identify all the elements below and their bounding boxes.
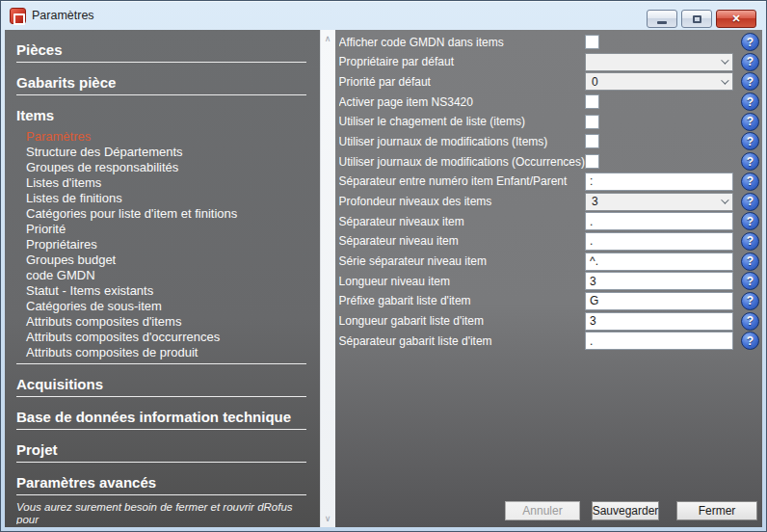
sidebar-item[interactable]: Propriétaires — [26, 237, 320, 253]
help-icon[interactable]: ? — [741, 33, 759, 51]
sidebar-section[interactable]: Paramètres avancés — [16, 474, 306, 494]
form-row-label: Séparateur gabarit liste d'item — [339, 334, 585, 348]
sidebar-item[interactable]: Attributs composites de produit — [26, 345, 320, 360]
form-row-label: Séparateur entre numéro item Enfant/Pare… — [339, 174, 585, 188]
form-row: Séparateur entre numéro item Enfant/Pare… — [339, 173, 759, 191]
checkbox[interactable] — [585, 154, 599, 169]
form-row: Séparateur gabarit liste d'item? — [339, 332, 759, 350]
minimize-button[interactable] — [647, 10, 677, 28]
form-row-label: Utiliser journaux de modifications (Item… — [339, 135, 585, 148]
help-icon[interactable]: ? — [741, 53, 759, 71]
sidebar-item[interactable]: Listes de finitions — [26, 191, 320, 206]
dropdown-value: 3 — [592, 195, 721, 208]
form-row-label: Série séparateur niveau item — [339, 254, 585, 268]
help-icon[interactable]: ? — [741, 132, 759, 150]
dropdown-value: 0 — [592, 75, 721, 89]
titlebar[interactable]: Paramètres ✕ — [1, 1, 766, 30]
checkbox[interactable] — [585, 35, 599, 49]
sidebar-section[interactable]: Gabarits pièce — [16, 74, 306, 94]
sidebar-item[interactable]: Priorité — [26, 222, 320, 237]
sidebar-item[interactable]: Paramètres — [26, 129, 320, 145]
help-icon[interactable]: ? — [741, 212, 759, 230]
maximize-icon — [693, 15, 701, 23]
sidebar-item[interactable]: Groupes budget — [26, 253, 320, 268]
sidebar-item[interactable]: Structure des Départements — [26, 145, 320, 160]
help-icon[interactable]: ? — [741, 152, 759, 171]
help-icon[interactable]: ? — [741, 272, 759, 290]
sidebar-item[interactable]: Statut - Items existants — [26, 283, 320, 299]
sidebar-section-items: ParamètresStructure des DépartementsGrou… — [5, 127, 320, 363]
help-icon[interactable]: ? — [741, 253, 759, 271]
checkbox[interactable] — [585, 115, 599, 129]
sidebar-section[interactable]: Pièces — [16, 41, 306, 62]
close-button[interactable]: ✕ — [716, 10, 756, 28]
text-input[interactable] — [585, 332, 733, 350]
help-icon[interactable]: ? — [741, 232, 759, 251]
text-input[interactable] — [585, 173, 733, 191]
cancel-button[interactable]: Annuler — [505, 501, 580, 520]
help-icon[interactable]: ? — [741, 292, 759, 310]
sidebar-section[interactable]: Acquisitions — [16, 376, 306, 396]
form-row-label: Afficher code GMDN dans items — [339, 36, 585, 49]
scroll-up-icon[interactable]: ∧ — [321, 31, 335, 46]
scroll-down-icon[interactable]: ∨ — [321, 511, 335, 526]
checkbox[interactable] — [585, 134, 599, 148]
form-row: Longueur gabarit liste d'item? — [339, 312, 759, 331]
save-button[interactable]: Sauvegarder — [592, 501, 659, 520]
sidebar-item[interactable]: Groupes de responsabilités — [26, 160, 320, 175]
sidebar-section[interactable]: Projet — [16, 441, 306, 462]
section-divider — [16, 62, 306, 63]
section-divider — [16, 494, 306, 495]
sidebar-item[interactable]: Attributs composites d'items — [26, 314, 320, 330]
sidebar-item[interactable]: code GMDN — [26, 268, 320, 283]
form-row: Utiliser le chagement de liste (items)? — [339, 113, 759, 131]
form-row: Utiliser journaux de modifications (Item… — [339, 132, 759, 150]
sidebar-item[interactable]: Catégories pour liste d'item et finition… — [26, 206, 320, 222]
minimize-icon — [657, 21, 667, 24]
drofus-logo-icon — [10, 8, 26, 24]
help-icon[interactable]: ? — [741, 113, 759, 131]
sidebar-item[interactable]: Attributs composites d'occurrences — [26, 330, 320, 345]
sidebar-scrollbar[interactable]: ∧ ∨ — [320, 30, 335, 527]
sidebar-item[interactable]: Catégories de sous-item — [26, 299, 320, 314]
form-row: Longueur niveau item? — [339, 272, 759, 290]
text-input[interactable] — [585, 253, 733, 271]
dropdown-select[interactable]: 0 — [585, 72, 733, 91]
form-row: Profondeur niveaux des items3? — [339, 193, 759, 211]
sidebar-section[interactable]: Items — [16, 107, 306, 127]
settings-sidebar: PiècesGabarits pièceItemsParamètresStruc… — [5, 30, 320, 527]
form-row: Préfixe gabarit liste d'item? — [339, 292, 759, 310]
form-row-label: Séparateur niveau item — [339, 234, 585, 248]
help-icon[interactable]: ? — [741, 72, 759, 91]
form-row-label: Propriétaire par défaut — [339, 55, 585, 68]
form-row: Propriétaire par défaut? — [339, 53, 759, 71]
section-divider — [16, 363, 306, 364]
help-icon[interactable]: ? — [741, 173, 759, 191]
maximize-button[interactable] — [681, 10, 712, 28]
restart-note: Vous aurez surement besoin de fermer et … — [16, 501, 310, 524]
form-row: Série séparateur niveau item? — [339, 253, 759, 271]
close-form-button[interactable]: Fermer — [676, 501, 757, 520]
text-input[interactable] — [585, 312, 733, 331]
dropdown-select[interactable] — [585, 53, 733, 71]
sidebar-item[interactable]: Listes d'items — [26, 175, 320, 191]
checkbox[interactable] — [585, 94, 599, 109]
text-input[interactable] — [585, 272, 733, 290]
form-row: Séparateur niveau item? — [339, 232, 759, 251]
action-buttons: Annuler Sauvegarder Fermer — [505, 501, 757, 520]
text-input[interactable] — [585, 232, 733, 251]
text-input[interactable] — [585, 212, 733, 230]
chevron-down-icon — [721, 57, 728, 65]
text-input[interactable] — [585, 292, 733, 310]
help-icon[interactable]: ? — [741, 312, 759, 331]
parametres-window: Paramètres ✕ PiècesGabarits pièceItemsPa… — [0, 0, 767, 532]
help-icon[interactable]: ? — [741, 332, 759, 350]
section-divider — [16, 429, 306, 430]
form-row-label: Priorité par défaut — [339, 75, 585, 89]
sidebar-section[interactable]: Base de données information technique — [16, 409, 306, 429]
help-icon[interactable]: ? — [741, 93, 759, 111]
dropdown-select[interactable]: 3 — [585, 193, 733, 211]
help-icon[interactable]: ? — [741, 193, 759, 211]
form-row-label: Profondeur niveaux des items — [339, 195, 585, 208]
section-divider — [16, 462, 306, 463]
